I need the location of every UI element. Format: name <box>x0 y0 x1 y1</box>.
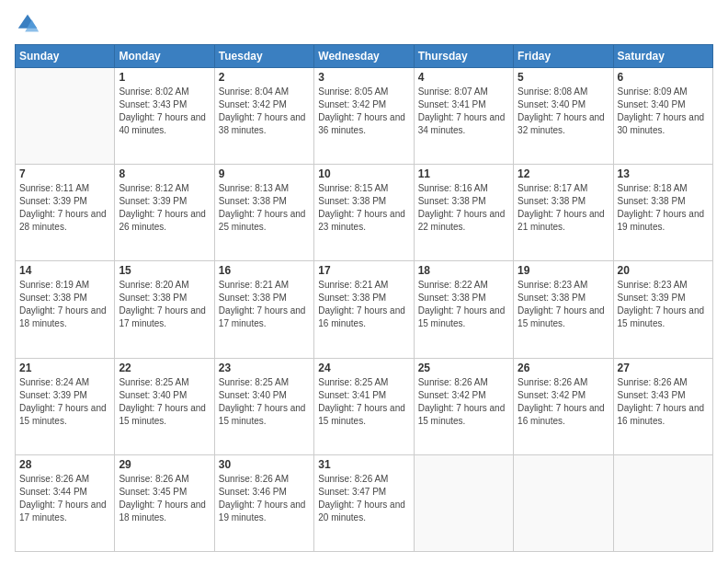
calendar-day-cell: 21Sunrise: 8:24 AMSunset: 3:39 PMDayligh… <box>16 358 115 454</box>
calendar-day-cell: 27Sunrise: 8:26 AMSunset: 3:43 PMDayligh… <box>613 358 712 454</box>
day-info: Sunrise: 8:08 AMSunset: 3:40 PMDaylight:… <box>518 86 609 137</box>
day-number: 30 <box>219 458 310 471</box>
day-number: 16 <box>219 264 310 277</box>
weekday-header: Monday <box>115 45 214 68</box>
day-number: 6 <box>618 71 709 84</box>
day-info: Sunrise: 8:26 AMSunset: 3:47 PMDaylight:… <box>318 473 409 524</box>
day-number: 27 <box>618 362 709 374</box>
logo <box>15 11 44 37</box>
day-number: 23 <box>219 362 310 374</box>
calendar-day-cell: 19Sunrise: 8:23 AMSunset: 3:38 PMDayligh… <box>514 261 613 358</box>
day-number: 28 <box>19 458 110 471</box>
day-number: 18 <box>418 264 509 277</box>
day-info: Sunrise: 8:25 AMSunset: 3:40 PMDaylight:… <box>119 376 210 428</box>
calendar-week-row: 28Sunrise: 8:26 AMSunset: 3:44 PMDayligh… <box>16 454 713 551</box>
calendar-day-cell: 31Sunrise: 8:26 AMSunset: 3:47 PMDayligh… <box>314 454 414 551</box>
day-number: 19 <box>518 264 609 277</box>
calendar-day-cell: 7Sunrise: 8:11 AMSunset: 3:39 PMDaylight… <box>16 165 115 261</box>
day-info: Sunrise: 8:23 AMSunset: 3:38 PMDaylight:… <box>518 279 609 330</box>
calendar-week-row: 14Sunrise: 8:19 AMSunset: 3:38 PMDayligh… <box>16 261 713 358</box>
weekday-header: Friday <box>514 45 613 68</box>
calendar-day-cell: 23Sunrise: 8:25 AMSunset: 3:40 PMDayligh… <box>214 358 313 454</box>
page: SundayMondayTuesdayWednesdayThursdayFrid… <box>0 0 728 563</box>
weekday-header: Thursday <box>414 45 513 68</box>
day-number: 12 <box>518 167 609 180</box>
weekday-header: Saturday <box>613 45 712 68</box>
day-info: Sunrise: 8:15 AMSunset: 3:38 PMDaylight:… <box>318 182 409 234</box>
calendar-week-row: 7Sunrise: 8:11 AMSunset: 3:39 PMDaylight… <box>16 165 713 261</box>
day-info: Sunrise: 8:17 AMSunset: 3:38 PMDaylight:… <box>518 182 609 234</box>
day-info: Sunrise: 8:20 AMSunset: 3:38 PMDaylight:… <box>119 279 210 330</box>
day-number: 5 <box>518 71 609 84</box>
calendar-day-cell: 10Sunrise: 8:15 AMSunset: 3:38 PMDayligh… <box>314 165 414 261</box>
day-number: 7 <box>19 167 110 180</box>
day-info: Sunrise: 8:25 AMSunset: 3:40 PMDaylight:… <box>219 376 310 428</box>
day-number: 13 <box>618 167 709 180</box>
day-info: Sunrise: 8:22 AMSunset: 3:38 PMDaylight:… <box>418 279 509 330</box>
calendar-week-row: 1Sunrise: 8:02 AMSunset: 3:43 PMDaylight… <box>16 68 713 165</box>
calendar-day-cell <box>16 68 115 165</box>
calendar-day-cell: 1Sunrise: 8:02 AMSunset: 3:43 PMDaylight… <box>115 68 214 165</box>
day-info: Sunrise: 8:21 AMSunset: 3:38 PMDaylight:… <box>318 279 409 330</box>
day-number: 14 <box>19 264 110 277</box>
calendar-day-cell: 22Sunrise: 8:25 AMSunset: 3:40 PMDayligh… <box>115 358 214 454</box>
calendar-day-cell: 6Sunrise: 8:09 AMSunset: 3:40 PMDaylight… <box>613 68 712 165</box>
day-info: Sunrise: 8:12 AMSunset: 3:39 PMDaylight:… <box>119 182 210 234</box>
calendar-day-cell: 16Sunrise: 8:21 AMSunset: 3:38 PMDayligh… <box>214 261 313 358</box>
weekday-header: Tuesday <box>214 45 313 68</box>
day-number: 25 <box>418 362 509 374</box>
calendar-day-cell: 30Sunrise: 8:26 AMSunset: 3:46 PMDayligh… <box>214 454 313 551</box>
day-number: 10 <box>318 167 409 180</box>
day-info: Sunrise: 8:24 AMSunset: 3:39 PMDaylight:… <box>19 376 110 428</box>
day-number: 31 <box>318 458 409 471</box>
day-info: Sunrise: 8:25 AMSunset: 3:41 PMDaylight:… <box>318 376 409 428</box>
calendar-day-cell: 15Sunrise: 8:20 AMSunset: 3:38 PMDayligh… <box>115 261 214 358</box>
day-info: Sunrise: 8:26 AMSunset: 3:45 PMDaylight:… <box>119 473 210 524</box>
calendar-day-cell: 20Sunrise: 8:23 AMSunset: 3:39 PMDayligh… <box>613 261 712 358</box>
calendar-day-cell: 28Sunrise: 8:26 AMSunset: 3:44 PMDayligh… <box>16 454 115 551</box>
day-number: 24 <box>318 362 409 374</box>
day-info: Sunrise: 8:21 AMSunset: 3:38 PMDaylight:… <box>219 279 310 330</box>
calendar-day-cell: 9Sunrise: 8:13 AMSunset: 3:38 PMDaylight… <box>214 165 313 261</box>
day-info: Sunrise: 8:05 AMSunset: 3:42 PMDaylight:… <box>318 86 409 137</box>
calendar-day-cell <box>514 454 613 551</box>
day-number: 11 <box>418 167 509 180</box>
day-info: Sunrise: 8:07 AMSunset: 3:41 PMDaylight:… <box>418 86 509 137</box>
calendar-day-cell: 8Sunrise: 8:12 AMSunset: 3:39 PMDaylight… <box>115 165 214 261</box>
logo-icon <box>15 11 40 37</box>
weekday-header: Wednesday <box>314 45 414 68</box>
day-number: 3 <box>318 71 409 84</box>
day-number: 9 <box>219 167 310 180</box>
day-info: Sunrise: 8:26 AMSunset: 3:46 PMDaylight:… <box>219 473 310 524</box>
calendar-day-cell: 2Sunrise: 8:04 AMSunset: 3:42 PMDaylight… <box>214 68 313 165</box>
calendar-day-cell: 24Sunrise: 8:25 AMSunset: 3:41 PMDayligh… <box>314 358 414 454</box>
day-number: 8 <box>119 167 210 180</box>
day-info: Sunrise: 8:19 AMSunset: 3:38 PMDaylight:… <box>19 279 110 330</box>
calendar-day-cell <box>414 454 513 551</box>
day-number: 20 <box>618 264 709 277</box>
day-info: Sunrise: 8:26 AMSunset: 3:44 PMDaylight:… <box>19 473 110 524</box>
calendar-day-cell: 18Sunrise: 8:22 AMSunset: 3:38 PMDayligh… <box>414 261 513 358</box>
calendar-week-row: 21Sunrise: 8:24 AMSunset: 3:39 PMDayligh… <box>16 358 713 454</box>
calendar-day-cell: 13Sunrise: 8:18 AMSunset: 3:38 PMDayligh… <box>613 165 712 261</box>
calendar-day-cell: 3Sunrise: 8:05 AMSunset: 3:42 PMDaylight… <box>314 68 414 165</box>
day-number: 15 <box>119 264 210 277</box>
calendar-day-cell: 12Sunrise: 8:17 AMSunset: 3:38 PMDayligh… <box>514 165 613 261</box>
day-number: 21 <box>19 362 110 374</box>
day-number: 26 <box>518 362 609 374</box>
day-info: Sunrise: 8:23 AMSunset: 3:39 PMDaylight:… <box>618 279 709 330</box>
day-info: Sunrise: 8:11 AMSunset: 3:39 PMDaylight:… <box>19 182 110 234</box>
day-number: 4 <box>418 71 509 84</box>
day-info: Sunrise: 8:26 AMSunset: 3:42 PMDaylight:… <box>418 376 509 428</box>
day-info: Sunrise: 8:09 AMSunset: 3:40 PMDaylight:… <box>618 86 709 137</box>
day-info: Sunrise: 8:18 AMSunset: 3:38 PMDaylight:… <box>618 182 709 234</box>
day-info: Sunrise: 8:26 AMSunset: 3:42 PMDaylight:… <box>518 376 609 428</box>
header <box>15 11 713 37</box>
calendar-day-cell: 11Sunrise: 8:16 AMSunset: 3:38 PMDayligh… <box>414 165 513 261</box>
day-number: 22 <box>119 362 210 374</box>
weekday-header: Sunday <box>16 45 115 68</box>
calendar-day-cell: 25Sunrise: 8:26 AMSunset: 3:42 PMDayligh… <box>414 358 513 454</box>
calendar-day-cell: 14Sunrise: 8:19 AMSunset: 3:38 PMDayligh… <box>16 261 115 358</box>
day-number: 2 <box>219 71 310 84</box>
day-number: 1 <box>119 71 210 84</box>
